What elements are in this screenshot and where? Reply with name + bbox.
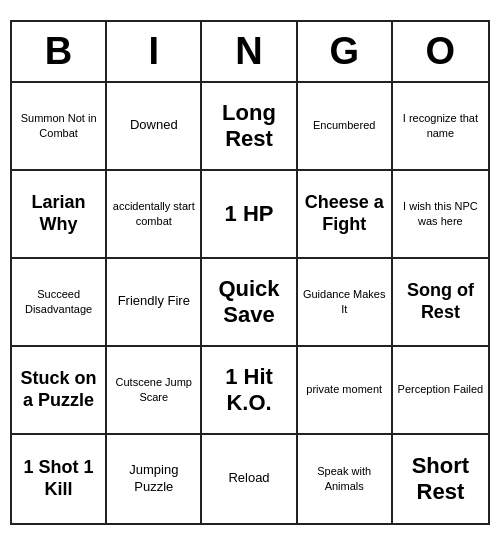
cell-text-9: I wish this NPC was here [397,199,484,228]
cell-text-0: Summon Not in Combat [16,111,101,140]
bingo-cell-14: Song of Rest [393,259,488,347]
bingo-cell-12: Quick Save [202,259,297,347]
bingo-cell-19: Perception Failed [393,347,488,435]
bingo-letter-O: O [393,22,488,81]
bingo-cell-13: Guidance Makes It [298,259,393,347]
cell-text-24: Short Rest [397,453,484,504]
cell-text-12: Quick Save [206,276,291,327]
bingo-cell-9: I wish this NPC was here [393,171,488,259]
cell-text-14: Song of Rest [397,280,484,323]
bingo-cell-24: Short Rest [393,435,488,523]
cell-text-21: Jumping Puzzle [111,462,196,496]
bingo-cell-2: Long Rest [202,83,297,171]
bingo-cell-0: Summon Not in Combat [12,83,107,171]
cell-text-17: 1 Hit K.O. [206,364,291,415]
bingo-cell-4: I recognize that name [393,83,488,171]
bingo-cell-17: 1 Hit K.O. [202,347,297,435]
cell-text-13: Guidance Makes It [302,287,387,316]
bingo-cell-21: Jumping Puzzle [107,435,202,523]
cell-text-4: I recognize that name [397,111,484,140]
cell-text-16: Cutscene Jump Scare [111,375,196,404]
cell-text-6: accidentally start combat [111,199,196,228]
cell-text-23: Speak with Animals [302,464,387,493]
cell-text-19: Perception Failed [398,382,484,396]
cell-text-7: 1 HP [225,201,274,226]
bingo-cell-11: Friendly Fire [107,259,202,347]
cell-text-22: Reload [228,470,269,487]
bingo-cell-16: Cutscene Jump Scare [107,347,202,435]
bingo-cell-20: 1 Shot 1 Kill [12,435,107,523]
cell-text-20: 1 Shot 1 Kill [16,457,101,500]
bingo-cell-1: Downed [107,83,202,171]
cell-text-5: Larian Why [16,192,101,235]
bingo-letter-G: G [298,22,393,81]
cell-text-18: private moment [306,382,382,396]
cell-text-3: Encumbered [313,118,375,132]
bingo-cell-10: Succeed Disadvantage [12,259,107,347]
cell-text-15: Stuck on a Puzzle [16,368,101,411]
bingo-cell-18: private moment [298,347,393,435]
cell-text-10: Succeed Disadvantage [16,287,101,316]
bingo-cell-3: Encumbered [298,83,393,171]
bingo-letter-I: I [107,22,202,81]
cell-text-8: Cheese a Fight [302,192,387,235]
bingo-grid: Summon Not in CombatDownedLong RestEncum… [12,83,488,523]
bingo-cell-7: 1 HP [202,171,297,259]
bingo-header: BINGO [12,22,488,83]
cell-text-11: Friendly Fire [118,293,190,310]
cell-text-2: Long Rest [206,100,291,151]
bingo-cell-8: Cheese a Fight [298,171,393,259]
bingo-cell-6: accidentally start combat [107,171,202,259]
bingo-cell-23: Speak with Animals [298,435,393,523]
bingo-letter-N: N [202,22,297,81]
bingo-card: BINGO Summon Not in CombatDownedLong Res… [10,20,490,525]
bingo-cell-15: Stuck on a Puzzle [12,347,107,435]
bingo-cell-22: Reload [202,435,297,523]
cell-text-1: Downed [130,117,178,134]
bingo-cell-5: Larian Why [12,171,107,259]
bingo-letter-B: B [12,22,107,81]
